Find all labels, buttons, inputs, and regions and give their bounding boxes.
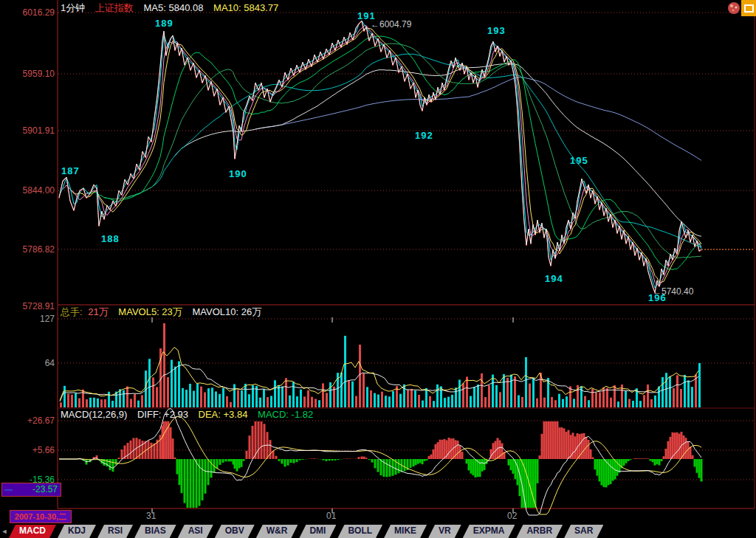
date-box[interactable]: 2007-10-30,二 (10, 510, 72, 523)
volume-bar (606, 388, 608, 407)
volume-bar (440, 386, 442, 407)
volume-bar (359, 345, 361, 407)
volume-bar (455, 387, 457, 407)
volume-bar (691, 387, 693, 407)
volume-bar (137, 401, 140, 407)
volume-bar (495, 385, 498, 407)
tab-macd[interactable]: MACD (9, 525, 56, 538)
volume-bar (381, 392, 383, 407)
volume-bar (185, 390, 188, 407)
date-axis-tick: 31 (146, 511, 156, 521)
volume-bar (558, 394, 560, 407)
tab-dmi[interactable]: DMI (299, 525, 336, 538)
price-axis-tick: 5786.82 (1, 244, 55, 255)
volume-bar (351, 382, 354, 407)
volume-bar (207, 388, 210, 407)
volume-bar (63, 386, 66, 407)
volume-bar (407, 390, 409, 407)
volume-bar (86, 399, 88, 407)
session-number-label: 189 (155, 18, 173, 29)
tab-wr[interactable]: W&R (256, 525, 298, 538)
volume-bar (614, 385, 616, 407)
macd-current-value: -23.57 (32, 484, 58, 494)
volume-bar (311, 397, 313, 407)
volume-bar (669, 376, 671, 407)
macd-value: MACD: -1.82 (258, 409, 313, 420)
mavol5-value: MAVOL5: 23万 (118, 306, 182, 317)
volume-bar (562, 399, 564, 407)
indicator-tab-bar: ◄ MACDKDJRSIBIASASIOBVW&RDMIBOLLMIKEVREX… (0, 525, 756, 538)
volume-bar (639, 401, 642, 407)
volume-bar (219, 394, 221, 407)
volume-bar (492, 375, 494, 407)
tab-obv[interactable]: OBV (215, 525, 255, 538)
volume-bar (60, 402, 62, 407)
stock-chart-app: 1分钟 上证指数 MA5: 5840.08 MA10: 5843.77 总手: … (0, 0, 756, 538)
tab-mike[interactable]: MIKE (384, 525, 427, 538)
volume-bar (385, 396, 387, 407)
macd-pane-header: MACD(12,26,9) DIFF: +2.93 DEA: +3.84 MAC… (61, 409, 320, 420)
volume-bar (610, 398, 612, 407)
volume-bar (654, 396, 656, 407)
volume-bar (470, 396, 472, 407)
volume-bar (141, 395, 143, 407)
ma-line-price_yellow (66, 28, 701, 283)
volume-bar (292, 382, 295, 407)
volume-bar (414, 390, 416, 407)
volume-bar (200, 387, 202, 407)
volume-bar (425, 388, 427, 407)
volume-bar (403, 384, 405, 407)
volume-bar (673, 388, 675, 407)
tab-boll[interactable]: BOLL (337, 525, 382, 538)
tab-scroll-left-icon[interactable]: ◄ (0, 525, 9, 538)
volume-bar (204, 393, 206, 407)
current-date: 2007-10-30,二 (15, 512, 66, 521)
volume-bar (447, 397, 450, 407)
price-pane-header: 1分钟 上证指数 MA5: 5840.08 MA10: 5843.77 (61, 1, 286, 15)
volume-bar (289, 396, 291, 407)
volume-bar (632, 401, 634, 407)
volume-bar (344, 336, 346, 407)
tab-bias[interactable]: BIAS (134, 525, 176, 538)
tab-rsi[interactable]: RSI (97, 525, 133, 538)
volume-bar (270, 396, 272, 407)
session-number-label: 192 (415, 130, 433, 141)
volume-bar (377, 394, 379, 407)
price-line-red (59, 21, 701, 293)
dea-value: DEA: +3.84 (199, 409, 248, 420)
period-label[interactable]: 1分钟 (61, 2, 85, 13)
symbol-label[interactable]: 上证指数 (95, 2, 134, 13)
volume-bar (388, 396, 391, 407)
volume-bar (326, 393, 328, 407)
volume-bar (481, 373, 483, 407)
tab-kdj[interactable]: KDJ (58, 525, 96, 538)
volume-bar (370, 390, 372, 407)
restore-window-button[interactable] (741, 0, 756, 16)
tab-vr[interactable]: VR (428, 525, 461, 538)
volume-bar (163, 323, 165, 407)
volume-bar (599, 393, 601, 407)
price-axis-tick: 5901.91 (1, 125, 55, 136)
volume-bar (178, 362, 180, 407)
volume-bar (97, 399, 99, 407)
volume-bar (134, 394, 136, 407)
volume-axis-tick: 64 (1, 358, 55, 368)
ma-line-ma_green1 (86, 36, 701, 269)
price-annotation: ←5740.40 (653, 286, 693, 297)
tab-expma[interactable]: EXPMA (463, 525, 515, 538)
tab-arbr[interactable]: ARBR (516, 525, 563, 538)
tab-sar[interactable]: SAR (564, 525, 603, 538)
volume-bar (422, 401, 424, 407)
macd-axis-tick: -15.36 (1, 475, 55, 485)
volume-bar (230, 402, 232, 407)
volume-bar (429, 396, 431, 407)
volume-bar (300, 390, 302, 407)
macd-histogram (59, 421, 701, 508)
volume-bar (466, 376, 468, 407)
volume-bar (374, 393, 376, 407)
price-axis-tick: 5728.91 (1, 301, 55, 311)
volume-bar (362, 373, 365, 407)
window-icons (726, 0, 756, 16)
diff-value: DIFF: +2.93 (137, 409, 188, 420)
tab-asi[interactable]: ASI (178, 525, 213, 538)
